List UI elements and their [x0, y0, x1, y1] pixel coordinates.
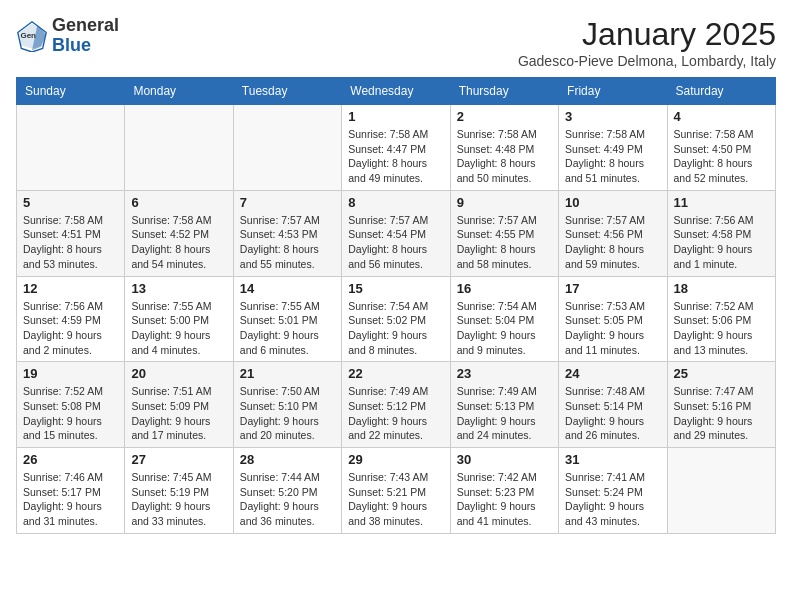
calendar-cell: 7Sunrise: 7:57 AMSunset: 4:53 PMDaylight…: [233, 190, 341, 276]
col-header-wednesday: Wednesday: [342, 78, 450, 105]
svg-text:Gen: Gen: [20, 31, 36, 40]
day-number: 20: [131, 366, 226, 381]
day-info: Sunrise: 7:47 AMSunset: 5:16 PMDaylight:…: [674, 384, 769, 443]
calendar-cell: 12Sunrise: 7:56 AMSunset: 4:59 PMDayligh…: [17, 276, 125, 362]
calendar-cell: 14Sunrise: 7:55 AMSunset: 5:01 PMDayligh…: [233, 276, 341, 362]
day-number: 7: [240, 195, 335, 210]
day-number: 31: [565, 452, 660, 467]
day-info: Sunrise: 7:58 AMSunset: 4:50 PMDaylight:…: [674, 127, 769, 186]
calendar-cell: 22Sunrise: 7:49 AMSunset: 5:12 PMDayligh…: [342, 362, 450, 448]
day-info: Sunrise: 7:57 AMSunset: 4:54 PMDaylight:…: [348, 213, 443, 272]
day-number: 11: [674, 195, 769, 210]
day-number: 26: [23, 452, 118, 467]
col-header-thursday: Thursday: [450, 78, 558, 105]
day-info: Sunrise: 7:52 AMSunset: 5:08 PMDaylight:…: [23, 384, 118, 443]
day-number: 1: [348, 109, 443, 124]
logo: Gen General Blue: [16, 16, 119, 56]
day-info: Sunrise: 7:43 AMSunset: 5:21 PMDaylight:…: [348, 470, 443, 529]
calendar-cell: 31Sunrise: 7:41 AMSunset: 5:24 PMDayligh…: [559, 448, 667, 534]
day-number: 8: [348, 195, 443, 210]
day-number: 14: [240, 281, 335, 296]
day-number: 15: [348, 281, 443, 296]
day-info: Sunrise: 7:58 AMSunset: 4:52 PMDaylight:…: [131, 213, 226, 272]
calendar-table: SundayMondayTuesdayWednesdayThursdayFrid…: [16, 77, 776, 534]
logo-icon: Gen: [16, 20, 48, 52]
calendar-cell: 2Sunrise: 7:58 AMSunset: 4:48 PMDaylight…: [450, 105, 558, 191]
day-number: 21: [240, 366, 335, 381]
calendar-cell: 5Sunrise: 7:58 AMSunset: 4:51 PMDaylight…: [17, 190, 125, 276]
day-info: Sunrise: 7:57 AMSunset: 4:56 PMDaylight:…: [565, 213, 660, 272]
day-info: Sunrise: 7:44 AMSunset: 5:20 PMDaylight:…: [240, 470, 335, 529]
calendar-cell: [17, 105, 125, 191]
calendar-cell: [233, 105, 341, 191]
day-info: Sunrise: 7:58 AMSunset: 4:47 PMDaylight:…: [348, 127, 443, 186]
calendar-week-5: 26Sunrise: 7:46 AMSunset: 5:17 PMDayligh…: [17, 448, 776, 534]
day-info: Sunrise: 7:57 AMSunset: 4:53 PMDaylight:…: [240, 213, 335, 272]
day-number: 19: [23, 366, 118, 381]
col-header-sunday: Sunday: [17, 78, 125, 105]
title-block: January 2025 Gadesco-Pieve Delmona, Lomb…: [518, 16, 776, 69]
calendar-cell: 13Sunrise: 7:55 AMSunset: 5:00 PMDayligh…: [125, 276, 233, 362]
calendar-cell: 29Sunrise: 7:43 AMSunset: 5:21 PMDayligh…: [342, 448, 450, 534]
calendar-week-3: 12Sunrise: 7:56 AMSunset: 4:59 PMDayligh…: [17, 276, 776, 362]
day-number: 2: [457, 109, 552, 124]
calendar-cell: 20Sunrise: 7:51 AMSunset: 5:09 PMDayligh…: [125, 362, 233, 448]
calendar-cell: 21Sunrise: 7:50 AMSunset: 5:10 PMDayligh…: [233, 362, 341, 448]
calendar-cell: 18Sunrise: 7:52 AMSunset: 5:06 PMDayligh…: [667, 276, 775, 362]
day-info: Sunrise: 7:54 AMSunset: 5:02 PMDaylight:…: [348, 299, 443, 358]
day-number: 29: [348, 452, 443, 467]
calendar-cell: 15Sunrise: 7:54 AMSunset: 5:02 PMDayligh…: [342, 276, 450, 362]
calendar-cell: 4Sunrise: 7:58 AMSunset: 4:50 PMDaylight…: [667, 105, 775, 191]
day-info: Sunrise: 7:53 AMSunset: 5:05 PMDaylight:…: [565, 299, 660, 358]
calendar-cell: 19Sunrise: 7:52 AMSunset: 5:08 PMDayligh…: [17, 362, 125, 448]
day-number: 18: [674, 281, 769, 296]
calendar-cell: 27Sunrise: 7:45 AMSunset: 5:19 PMDayligh…: [125, 448, 233, 534]
page-header: Gen General Blue January 2025 Gadesco-Pi…: [16, 16, 776, 69]
day-number: 9: [457, 195, 552, 210]
day-number: 24: [565, 366, 660, 381]
calendar-cell: 3Sunrise: 7:58 AMSunset: 4:49 PMDaylight…: [559, 105, 667, 191]
day-info: Sunrise: 7:58 AMSunset: 4:51 PMDaylight:…: [23, 213, 118, 272]
day-number: 4: [674, 109, 769, 124]
day-number: 16: [457, 281, 552, 296]
day-info: Sunrise: 7:58 AMSunset: 4:49 PMDaylight:…: [565, 127, 660, 186]
day-info: Sunrise: 7:42 AMSunset: 5:23 PMDaylight:…: [457, 470, 552, 529]
calendar-cell: 23Sunrise: 7:49 AMSunset: 5:13 PMDayligh…: [450, 362, 558, 448]
day-number: 10: [565, 195, 660, 210]
calendar-cell: [667, 448, 775, 534]
day-number: 27: [131, 452, 226, 467]
day-number: 23: [457, 366, 552, 381]
calendar-cell: 28Sunrise: 7:44 AMSunset: 5:20 PMDayligh…: [233, 448, 341, 534]
day-info: Sunrise: 7:52 AMSunset: 5:06 PMDaylight:…: [674, 299, 769, 358]
day-number: 22: [348, 366, 443, 381]
day-number: 5: [23, 195, 118, 210]
calendar-cell: [125, 105, 233, 191]
calendar-week-4: 19Sunrise: 7:52 AMSunset: 5:08 PMDayligh…: [17, 362, 776, 448]
day-number: 17: [565, 281, 660, 296]
day-info: Sunrise: 7:49 AMSunset: 5:12 PMDaylight:…: [348, 384, 443, 443]
calendar-cell: 17Sunrise: 7:53 AMSunset: 5:05 PMDayligh…: [559, 276, 667, 362]
day-info: Sunrise: 7:54 AMSunset: 5:04 PMDaylight:…: [457, 299, 552, 358]
calendar-cell: 9Sunrise: 7:57 AMSunset: 4:55 PMDaylight…: [450, 190, 558, 276]
location-subtitle: Gadesco-Pieve Delmona, Lombardy, Italy: [518, 53, 776, 69]
day-number: 3: [565, 109, 660, 124]
col-header-saturday: Saturday: [667, 78, 775, 105]
col-header-tuesday: Tuesday: [233, 78, 341, 105]
calendar-cell: 6Sunrise: 7:58 AMSunset: 4:52 PMDaylight…: [125, 190, 233, 276]
day-info: Sunrise: 7:51 AMSunset: 5:09 PMDaylight:…: [131, 384, 226, 443]
day-number: 30: [457, 452, 552, 467]
day-number: 28: [240, 452, 335, 467]
day-info: Sunrise: 7:57 AMSunset: 4:55 PMDaylight:…: [457, 213, 552, 272]
day-info: Sunrise: 7:56 AMSunset: 4:59 PMDaylight:…: [23, 299, 118, 358]
calendar-cell: 8Sunrise: 7:57 AMSunset: 4:54 PMDaylight…: [342, 190, 450, 276]
calendar-cell: 11Sunrise: 7:56 AMSunset: 4:58 PMDayligh…: [667, 190, 775, 276]
day-number: 13: [131, 281, 226, 296]
day-info: Sunrise: 7:45 AMSunset: 5:19 PMDaylight:…: [131, 470, 226, 529]
day-info: Sunrise: 7:41 AMSunset: 5:24 PMDaylight:…: [565, 470, 660, 529]
calendar-header-row: SundayMondayTuesdayWednesdayThursdayFrid…: [17, 78, 776, 105]
calendar-cell: 16Sunrise: 7:54 AMSunset: 5:04 PMDayligh…: [450, 276, 558, 362]
day-info: Sunrise: 7:49 AMSunset: 5:13 PMDaylight:…: [457, 384, 552, 443]
calendar-cell: 24Sunrise: 7:48 AMSunset: 5:14 PMDayligh…: [559, 362, 667, 448]
day-info: Sunrise: 7:46 AMSunset: 5:17 PMDaylight:…: [23, 470, 118, 529]
day-info: Sunrise: 7:50 AMSunset: 5:10 PMDaylight:…: [240, 384, 335, 443]
